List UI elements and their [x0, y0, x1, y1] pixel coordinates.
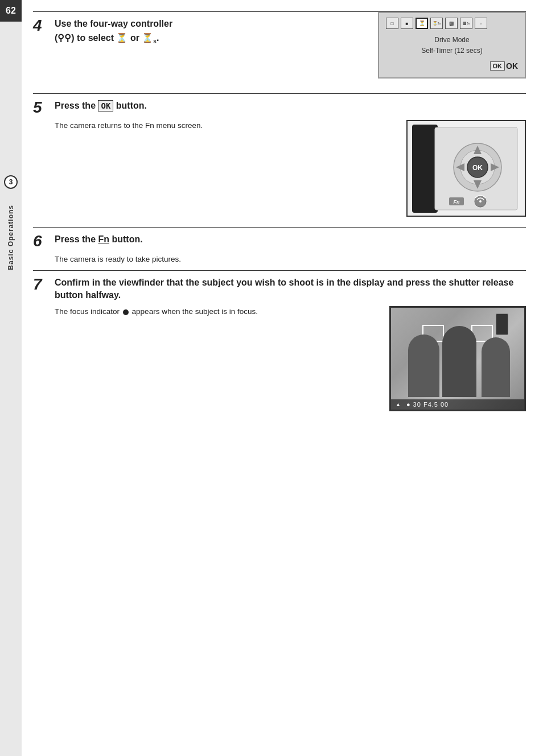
step-7-title: Confirm in the viewfinder that the subje…	[55, 276, 526, 302]
svg-rect-0	[412, 125, 438, 213]
viewfinder-photo	[391, 308, 524, 410]
step-6-text: The camera is ready to take pictures.	[55, 254, 526, 265]
step-7-text: The focus indicator appears when the sub…	[55, 306, 378, 317]
step-6-number: 6	[33, 233, 49, 249]
ok-button-display: OK OK	[490, 61, 519, 71]
sidebar-chapter-label: Basic Operations	[7, 205, 15, 270]
svg-text:OK: OK	[472, 164, 483, 172]
step-5-section: 5 Press the OK button. The camera return…	[33, 93, 526, 217]
step-4-header: 4 Use the four-way controller (⚲⚲) to se…	[33, 11, 526, 79]
main-content: 4 Use the four-way controller (⚲⚲) to se…	[22, 0, 543, 756]
ok-button-row: OK OK	[386, 61, 518, 71]
svg-text:Fn: Fn	[454, 199, 460, 205]
ok-label: OK	[506, 61, 518, 71]
step-4-section: 4 Use the four-way controller (⚲⚲) to se…	[33, 11, 526, 83]
step-4-subtitle: (⚲⚲) to select ⏳ or ⏳s.	[55, 32, 172, 44]
step-7-number: 7	[33, 276, 49, 292]
focus-indicator-icon	[123, 309, 129, 315]
icon-flash: ▩	[445, 18, 458, 29]
step-4-number: 4	[33, 18, 49, 34]
icon-single: □	[386, 18, 398, 29]
step-7-text-prefix: The focus indicator	[55, 307, 120, 316]
step-7-section: 7 Confirm in the viewfinder that the sub…	[33, 270, 526, 412]
icon-remote: ▫	[475, 18, 487, 29]
step-6-section: 6 Press the Fn button. The camera is rea…	[33, 227, 526, 265]
chapter-circle: 3	[4, 175, 18, 189]
step-7-body: The focus indicator appears when the sub…	[55, 306, 526, 411]
step-6-header: 6 Press the Fn button.	[33, 227, 526, 249]
step-5-image: OK Fn	[406, 120, 526, 217]
controller-svg: OK Fn	[412, 125, 520, 213]
ok-box-icon: OK	[490, 61, 505, 71]
drive-mode-icons: □ ■ ⏳ ⏳2s ▩ ▩3s ▫	[386, 18, 518, 29]
step-4-title: Use the four-way controller	[55, 18, 172, 30]
icon-flash3s: ▩3s	[460, 18, 472, 29]
step-5-header: 5 Press the OK button.	[33, 93, 526, 115]
person-2	[442, 326, 476, 397]
person-1	[408, 334, 439, 397]
phone-prop	[496, 313, 508, 335]
step-5-body: The camera returns to the Fn menu screen…	[55, 120, 526, 217]
drive-mode-box: □ ■ ⏳ ⏳2s ▩ ▩3s ▫ Drive Mode Self-Timer …	[378, 12, 526, 79]
viewfinder-info: ● 30 F4.5 00	[406, 401, 449, 408]
icon-self-timer: ⏳	[416, 18, 428, 29]
triangle-indicator: ▲	[396, 402, 401, 407]
icon-burst: ■	[401, 18, 413, 29]
step-7-text-suffix: appears when the subject is in focus.	[132, 307, 258, 316]
step-5-title: Press the OK button.	[55, 100, 526, 112]
step-5-number: 5	[33, 100, 49, 115]
viewfinder-statusbar: ▲ ● 30 F4.5 00	[391, 399, 524, 410]
step-6-body: The camera is ready to take pictures.	[55, 254, 526, 265]
sidebar: 62 3 Basic Operations	[0, 0, 22, 756]
drive-mode-text: Drive Mode Self-Timer (12 secs)	[386, 35, 518, 56]
step-5-text: The camera returns to the Fn menu screen…	[55, 120, 395, 131]
viewfinder-image: ▲ ● 30 F4.5 00	[389, 306, 526, 411]
step-6-title: Press the Fn button.	[55, 233, 526, 246]
icon-self-timer2: ⏳2s	[430, 18, 443, 29]
svg-point-13	[479, 200, 482, 203]
step-7-header: 7 Confirm in the viewfinder that the sub…	[33, 270, 526, 302]
person-3	[482, 337, 510, 397]
page-number: 62	[0, 0, 22, 22]
